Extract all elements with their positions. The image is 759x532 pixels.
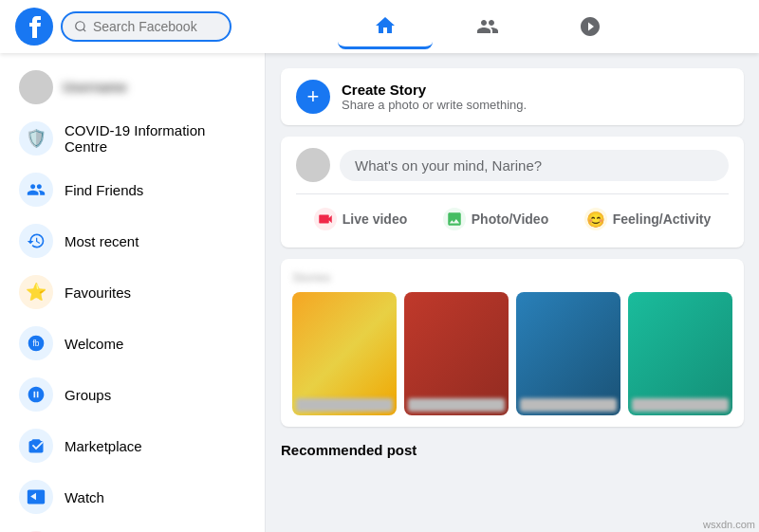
sidebar-item-label: Find Friends xyxy=(65,182,143,198)
post-input-field[interactable]: What's on your mind, Narine? xyxy=(340,150,729,181)
find-friends-icon xyxy=(19,173,53,207)
covid-icon: 🛡️ xyxy=(19,121,53,156)
sidebar-item-find-friends[interactable]: Find Friends xyxy=(8,165,257,214)
svg-line-2 xyxy=(83,29,86,32)
live-video-icon xyxy=(314,208,337,230)
sidebar-item-welcome[interactable]: fb Welcome xyxy=(8,319,257,368)
content-inner: + Create Story Share a photo or write so… xyxy=(281,68,744,458)
photo-video-label: Photo/Video xyxy=(472,211,548,227)
create-story-card[interactable]: + Create Story Share a photo or write so… xyxy=(281,68,744,125)
feeling-button[interactable]: 😊 Feeling/Activity xyxy=(573,202,722,236)
sidebar-item-label: Favourites xyxy=(65,284,131,301)
sidebar-item-watch[interactable]: Watch xyxy=(8,472,257,522)
svg-point-1 xyxy=(76,22,84,30)
sidebar-item-marketplace[interactable]: Marketplace xyxy=(8,421,257,470)
create-story-title: Create Story xyxy=(342,82,527,98)
marketplace-icon xyxy=(19,429,53,463)
groups-icon xyxy=(19,377,53,412)
search-input[interactable] xyxy=(93,19,218,34)
photo-video-button[interactable]: Photo/Video xyxy=(432,202,560,236)
search-icon xyxy=(74,19,87,34)
sidebar-item-label: Most recent xyxy=(65,233,139,249)
live-video-button[interactable]: Live video xyxy=(303,202,418,236)
search-box[interactable] xyxy=(61,11,231,42)
sidebar-item-events[interactable]: Events xyxy=(8,523,257,532)
favourites-icon: ⭐ xyxy=(19,275,53,309)
post-input-row: What's on your mind, Narine? xyxy=(296,148,729,182)
nav-center xyxy=(231,4,744,49)
post-input-card: What's on your mind, Narine? Live video … xyxy=(281,137,744,248)
sidebar-item-label: Marketplace xyxy=(65,438,142,454)
stories-section: Stories xyxy=(281,259,744,427)
avatar xyxy=(19,70,53,104)
svg-text:fb: fb xyxy=(33,339,40,348)
home-nav-button[interactable] xyxy=(338,4,433,49)
feeling-icon: 😊 xyxy=(584,208,607,230)
story-label-blur-4 xyxy=(632,398,729,412)
sidebar-item-label: Watch xyxy=(65,489,104,505)
story-card-3[interactable] xyxy=(516,292,620,415)
home-icon xyxy=(374,14,397,37)
watermark: wsxdn.com xyxy=(703,519,755,530)
sidebar-user[interactable]: Username xyxy=(8,63,257,112)
sidebar-item-covid[interactable]: 🛡️ COVID-19 Information Centre xyxy=(8,114,257,163)
sidebar-item-label: COVID-19 Information Centre xyxy=(65,122,246,155)
nav-left xyxy=(15,8,231,46)
create-story-text: Create Story Share a photo or write some… xyxy=(342,82,527,112)
story-label-blur-2 xyxy=(408,398,505,412)
top-navigation xyxy=(0,0,759,53)
live-video-label: Live video xyxy=(342,211,407,227)
story-card-2[interactable] xyxy=(404,292,509,415)
watch-sidebar-icon xyxy=(19,480,53,514)
most-recent-icon xyxy=(19,224,53,258)
post-actions: Live video Photo/Video 😊 Feeling/Activit… xyxy=(296,193,729,236)
story-card-1[interactable] xyxy=(292,292,397,415)
create-story-subtitle: Share a photo or write something. xyxy=(342,98,527,112)
feeling-label: Feeling/Activity xyxy=(613,211,711,227)
friends-nav-button[interactable] xyxy=(440,4,535,49)
story-label-blur-1 xyxy=(296,398,393,412)
sidebar-item-label: Groups xyxy=(65,387,111,403)
page-layout: Username 🛡️ COVID-19 Information Centre … xyxy=(0,0,759,532)
friends-icon xyxy=(476,15,499,38)
story-label-blur-3 xyxy=(520,398,617,412)
sidebar-item-label: Welcome xyxy=(65,336,123,352)
photo-video-icon xyxy=(443,208,466,230)
sidebar-item-groups[interactable]: Groups xyxy=(8,370,257,419)
recommended-post-header: Recommended post xyxy=(281,442,744,458)
facebook-logo-icon[interactable] xyxy=(15,8,53,46)
watch-icon xyxy=(579,15,602,38)
welcome-icon: fb xyxy=(19,326,53,360)
avatar xyxy=(296,148,330,182)
create-story-plus-icon: + xyxy=(296,80,330,114)
sidebar: Username 🛡️ COVID-19 Information Centre … xyxy=(0,53,266,532)
user-name-label: Username xyxy=(63,80,127,95)
sidebar-item-favourites[interactable]: ⭐ Favourites xyxy=(8,267,257,317)
main-content: + Create Story Share a photo or write so… xyxy=(266,53,759,532)
watch-nav-button[interactable] xyxy=(543,4,638,49)
stories-header: Stories xyxy=(292,270,732,284)
story-card-4[interactable] xyxy=(628,292,732,415)
stories-grid xyxy=(292,292,732,415)
sidebar-item-most-recent[interactable]: Most recent xyxy=(8,216,257,266)
